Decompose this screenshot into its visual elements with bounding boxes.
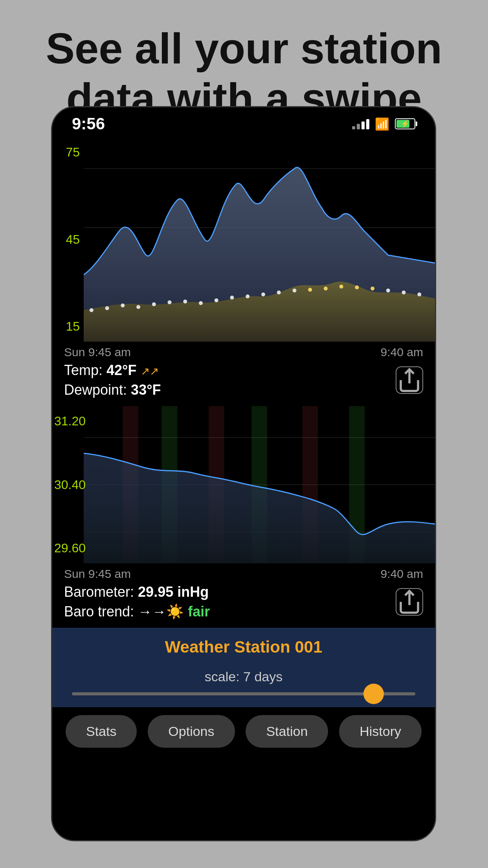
svg-point-17 bbox=[308, 288, 312, 292]
temp-time-start: Sun 9:45 am bbox=[64, 346, 131, 359]
temp-chart-info: Sun 9:45 am 9:40 am Temp: 42°F ↗↗ Dewpoi… bbox=[52, 342, 435, 406]
wifi-icon: 📶 bbox=[375, 117, 389, 131]
signal-icon bbox=[352, 118, 369, 129]
svg-point-12 bbox=[230, 296, 234, 300]
temp-y-top: 75 bbox=[54, 145, 80, 160]
temp-share-button[interactable] bbox=[396, 366, 423, 394]
svg-point-8 bbox=[168, 300, 172, 304]
svg-point-22 bbox=[386, 289, 390, 292]
tab-history[interactable]: History bbox=[339, 715, 422, 748]
baro-y-top: 31.20 bbox=[54, 414, 80, 428]
baro-chart-section: 31.20 30.40 29.60 bbox=[52, 406, 435, 628]
status-time: 9:56 bbox=[72, 114, 105, 133]
svg-point-11 bbox=[215, 298, 218, 302]
temp-trend-icon: ↗↗ bbox=[141, 365, 159, 377]
svg-point-19 bbox=[339, 285, 343, 289]
svg-point-24 bbox=[417, 292, 421, 296]
baro-chart-area: 31.20 30.40 29.60 bbox=[52, 406, 435, 563]
svg-point-16 bbox=[292, 289, 296, 292]
svg-point-14 bbox=[261, 292, 265, 296]
baro-y-mid: 30.40 bbox=[54, 478, 80, 492]
baro-chart-info: Sun 9:45 am 9:40 am Barometer: 29.95 inH… bbox=[52, 563, 435, 628]
baro-y-bot: 29.60 bbox=[54, 541, 80, 555]
scale-slider[interactable] bbox=[72, 692, 415, 695]
tab-station[interactable]: Station bbox=[246, 715, 328, 748]
svg-point-20 bbox=[355, 285, 359, 289]
svg-point-3 bbox=[90, 308, 94, 312]
temp-y-bot: 15 bbox=[54, 319, 80, 334]
temp-y-mid: 45 bbox=[54, 232, 80, 247]
svg-point-13 bbox=[246, 294, 250, 298]
svg-point-5 bbox=[121, 303, 125, 307]
temp-chart-section: 75 45 15 bbox=[52, 137, 435, 406]
baro-trend-line: Baro trend: →→☀️ fair bbox=[64, 603, 210, 620]
tab-options[interactable]: Options bbox=[148, 715, 235, 748]
phone-frame: 9:56 📶 ⚡ 75 45 15 bbox=[51, 106, 436, 841]
baro-values: Barometer: 29.95 inHg Baro trend: →→☀️ f… bbox=[64, 584, 210, 620]
temp-chart-area: 75 45 15 bbox=[52, 137, 435, 342]
temp-time-end: 9:40 am bbox=[381, 346, 423, 359]
baro-share-button[interactable] bbox=[396, 588, 423, 616]
baro-value-line: Barometer: 29.95 inHg bbox=[64, 584, 210, 600]
scale-label: scale: 7 days bbox=[68, 669, 419, 684]
svg-point-21 bbox=[371, 287, 374, 291]
svg-point-18 bbox=[324, 287, 328, 291]
bottom-panel: Weather Station 001 scale: 7 days bbox=[52, 628, 435, 707]
slider-thumb[interactable] bbox=[363, 684, 384, 704]
baro-time-end: 9:40 am bbox=[381, 567, 423, 581]
status-icons: 📶 ⚡ bbox=[352, 117, 415, 131]
station-name-label: Weather Station 001 bbox=[52, 628, 435, 663]
temp-values: Temp: 42°F ↗↗ Dewpoint: 33°F bbox=[64, 362, 161, 398]
svg-point-4 bbox=[105, 306, 109, 310]
temp-y-labels: 75 45 15 bbox=[52, 137, 84, 342]
baro-y-labels: 31.20 30.40 29.60 bbox=[52, 406, 84, 563]
svg-point-7 bbox=[152, 302, 156, 306]
baro-time-start: Sun 9:45 am bbox=[64, 567, 131, 581]
svg-point-10 bbox=[199, 301, 203, 305]
baro-chart-canvas bbox=[84, 406, 435, 563]
tab-bar: Stats Options Station History bbox=[52, 707, 435, 760]
svg-point-15 bbox=[277, 291, 281, 294]
svg-point-23 bbox=[402, 291, 406, 294]
status-bar: 9:56 📶 ⚡ bbox=[52, 107, 435, 137]
temp-chart-canvas bbox=[84, 137, 435, 342]
scale-container: scale: 7 days bbox=[52, 663, 435, 707]
dewpoint-value-line: Dewpoint: 33°F bbox=[64, 382, 161, 398]
battery-icon: ⚡ bbox=[395, 118, 415, 129]
temp-value-line: Temp: 42°F ↗↗ bbox=[64, 362, 161, 379]
svg-point-6 bbox=[136, 305, 140, 309]
svg-point-9 bbox=[183, 300, 187, 303]
tab-stats[interactable]: Stats bbox=[66, 715, 137, 748]
